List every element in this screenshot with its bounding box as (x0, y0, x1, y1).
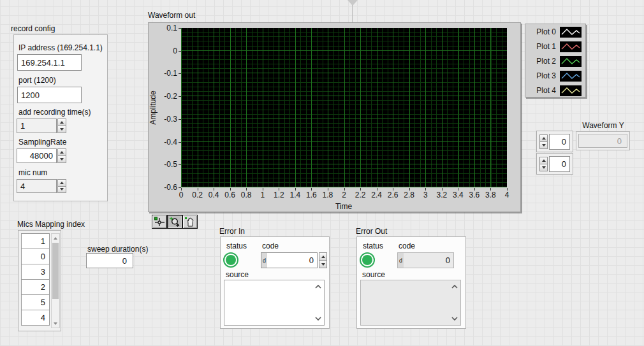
y-tick-label: -0.5 (149, 160, 177, 169)
mics-mapping-label: Mics Mapping index (17, 220, 85, 229)
index-stepper[interactable] (539, 157, 548, 171)
index-field[interactable]: 0 (549, 134, 570, 150)
up-arrow-icon (60, 182, 64, 184)
increment-button[interactable] (539, 157, 548, 164)
waveform-y-label: Waveform Y (576, 121, 631, 130)
scroll-down-button[interactable] (52, 319, 59, 328)
decrement-button[interactable] (57, 187, 66, 194)
legend-line-swatch[interactable] (560, 85, 582, 96)
decrement-button[interactable] (57, 126, 66, 133)
down-arrow-icon (60, 158, 64, 161)
array-cell[interactable]: 5 (21, 294, 50, 310)
mics-mapping-array: 103254 (18, 230, 61, 331)
index-field[interactable]: 0 (549, 156, 570, 172)
decrement-button[interactable] (539, 142, 548, 149)
source-label: source (362, 270, 385, 279)
code-value: 0 (397, 252, 454, 268)
down-arrow-icon (54, 322, 57, 325)
magnifier-icon (169, 217, 180, 227)
error-in-panel: status code 0 d source (220, 236, 330, 329)
waveform-y-index-1: 0 (536, 153, 573, 175)
ip-address-field[interactable]: 169.254.1.1 (17, 54, 82, 71)
sampling-rate-field[interactable]: 48000 (17, 148, 57, 163)
rec-time-stepper[interactable] (57, 119, 66, 133)
source-textarea[interactable] (224, 280, 325, 326)
sweep-duration-label: sweep duration(s) (87, 245, 148, 254)
increment-button[interactable] (57, 119, 66, 126)
pan-tool-button[interactable] (182, 215, 198, 229)
increment-button[interactable] (319, 252, 327, 261)
scroll-down-icon[interactable] (314, 316, 322, 321)
legend-line-swatch[interactable] (560, 56, 582, 67)
up-arrow-icon (542, 137, 546, 140)
waveform-y-index-0: 0 (536, 131, 573, 152)
array-cell[interactable]: 3 (21, 264, 50, 280)
labview-front-panel: record config IP address (169.254.1.1) 1… (0, 0, 644, 346)
scrollbar-thumb[interactable] (52, 243, 59, 299)
legend-line-swatch[interactable] (560, 41, 582, 52)
scroll-up-icon[interactable] (314, 284, 322, 289)
down-arrow-icon (60, 188, 64, 191)
code-stepper[interactable] (319, 252, 327, 268)
decrement-button[interactable] (319, 261, 327, 268)
status-label: status (363, 241, 383, 250)
hand-icon (184, 217, 196, 227)
increment-button[interactable] (57, 179, 66, 187)
rec-time-label: add recording time(s) (18, 108, 91, 117)
up-arrow-icon (321, 256, 325, 258)
waveform-y-element-frame: 0 (576, 131, 630, 150)
array-cell[interactable]: 0 (21, 249, 50, 264)
record-config-panel: IP address (169.254.1.1) 169.254.1.1 por… (13, 34, 108, 201)
up-arrow-icon (542, 159, 546, 162)
up-arrow-icon (60, 121, 64, 124)
decrement-button[interactable] (539, 164, 548, 171)
down-arrow-icon (60, 128, 64, 131)
sweep-duration-field[interactable]: 0 (86, 253, 133, 268)
increment-button[interactable] (57, 148, 66, 156)
legend-row[interactable]: Plot 4 (525, 85, 582, 96)
decrement-button[interactable] (57, 156, 66, 163)
status-led[interactable] (223, 252, 238, 268)
legend-row[interactable]: Plot 0 (525, 26, 582, 38)
mic-num-field[interactable]: 4 (17, 179, 57, 193)
crosshair-icon (154, 217, 165, 227)
port-field[interactable]: 1200 (17, 87, 82, 103)
cursor-tool-button[interactable] (152, 215, 167, 229)
waveform-y-element-value: 0 (578, 134, 627, 148)
code-field[interactable]: 0 (261, 252, 318, 268)
record-config-title: record config (11, 24, 55, 33)
error-out-panel: status code 0 d source (356, 236, 466, 329)
legend-row[interactable]: Plot 1 (525, 41, 582, 52)
index-stepper[interactable] (539, 134, 548, 149)
scroll-up-icon[interactable] (451, 284, 458, 289)
array-cell[interactable]: 4 (21, 310, 50, 326)
legend-row[interactable]: Plot 3 (525, 70, 582, 82)
zoom-tool-button[interactable] (167, 215, 182, 229)
legend-line-swatch[interactable] (560, 71, 582, 82)
x-tick-label: 4 (496, 191, 518, 199)
down-arrow-icon (321, 263, 325, 266)
rec-time-field[interactable]: 1 (17, 119, 57, 133)
increment-button[interactable] (539, 134, 548, 142)
radix-indicator: d (398, 253, 404, 268)
y-tick-label: -0.4 (149, 138, 177, 147)
legend-row[interactable]: Plot 2 (525, 55, 582, 67)
scroll-up-button[interactable] (52, 234, 59, 242)
led-core (226, 255, 236, 265)
array-cell[interactable]: 2 (21, 279, 50, 295)
mic-num-label: mic num (18, 168, 47, 177)
mic-num-stepper[interactable] (57, 179, 66, 193)
radix-indicator[interactable]: d (261, 253, 267, 268)
sampling-rate-stepper[interactable] (57, 148, 66, 163)
code-label: code (262, 241, 279, 250)
plot-legend: Plot 0Plot 1Plot 2Plot 3Plot 4 (525, 24, 586, 97)
sampling-rate-label: SamplingRate (18, 138, 66, 147)
up-arrow-icon (60, 151, 64, 154)
graph-palette (152, 215, 198, 229)
up-arrow-icon (54, 237, 57, 240)
array-cell[interactable]: 1 (21, 233, 50, 249)
legend-line-swatch[interactable] (560, 27, 582, 38)
scroll-down-icon[interactable] (451, 316, 458, 321)
splitter-handle-icon[interactable] (348, 0, 358, 6)
mics-scrollbar[interactable] (51, 233, 60, 328)
